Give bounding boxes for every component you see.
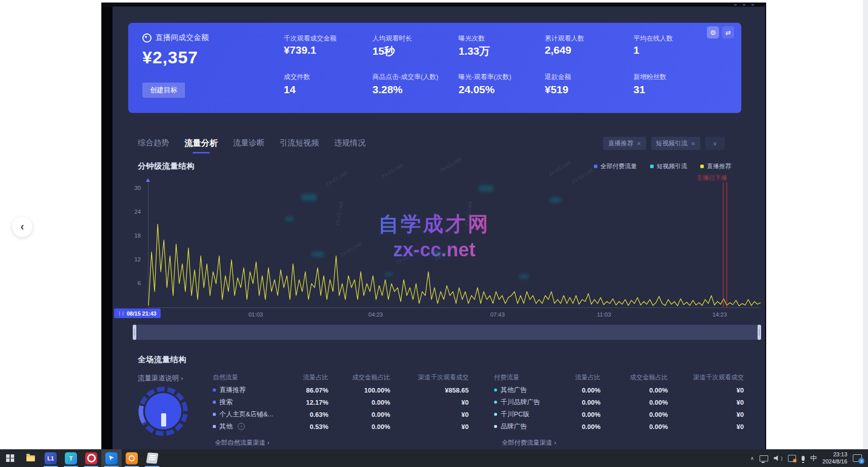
live-analytics-dashboard: 直播间成交金额 ¥2,357 创建目标 千次观看成交金额 ¥739.1 成交件数… — [112, 7, 765, 449]
y-tick-label: 6 — [138, 280, 141, 286]
channel-name: 千川品牌广告 — [501, 398, 540, 407]
filter-chip-short-video[interactable]: 短视频引流 × — [651, 137, 700, 150]
metric-label: 退款金额 — [545, 72, 571, 82]
all-natural-channels-link[interactable]: 全部自然流量渠道 › — [215, 439, 270, 447]
paid-traffic-table: 付费流量 流量占比 成交金额占比 渠道千次观看成交 其他广告 0.00% 0.0… — [494, 371, 744, 433]
series-bullet — [494, 413, 497, 416]
close-icon[interactable]: × — [637, 140, 641, 147]
page-scrollbar[interactable] — [863, 0, 868, 449]
windows-taskbar: L1 T ∧ ) 中 23:13 2024/8/16 3 — [0, 449, 868, 467]
channel-help-link[interactable]: 流量渠道说明 › — [138, 374, 183, 383]
hidden-icons-chevron[interactable]: ∧ — [750, 455, 754, 461]
per-mille-gmv: ¥0 — [390, 399, 469, 406]
network-icon[interactable] — [760, 455, 768, 461]
drag-grip-icon: ⋮⋮ — [117, 311, 124, 316]
metric-label: 成交件数 — [284, 72, 310, 82]
legend-paid-traffic[interactable]: 全部付费流量 — [594, 162, 637, 171]
tab-traffic-diagnosis[interactable]: 流量诊断 — [233, 138, 265, 153]
series-bullet — [213, 425, 216, 428]
create-goal-button[interactable]: 创建目标 — [142, 83, 185, 98]
stream-end-marker-label: 主播已下播 — [697, 174, 727, 182]
x-axis-highlight[interactable]: ⋮⋮ 08/15 21:43 — [114, 308, 161, 318]
x-axis-ticks: ⋮⋮ 08/15 21:43 01:0304:2307:4311:0314:23 — [148, 307, 760, 321]
metric-column: 千次观看成交金额 ¥739.1 成交件数 14 — [284, 23, 370, 113]
slider-handle-left[interactable] — [133, 325, 136, 340]
volume-icon[interactable]: ) — [774, 455, 782, 461]
snip-tool-icon[interactable] — [788, 455, 796, 462]
tab-overall-trend[interactable]: 综合趋势 — [138, 138, 169, 153]
per-mille-gmv: ¥0 — [668, 399, 744, 406]
whole-section-title: 全场流量结构 — [138, 355, 186, 365]
back-button[interactable]: ‹ — [12, 217, 32, 237]
y-tick-label: 18 — [134, 232, 141, 239]
app-orange-button[interactable] — [122, 449, 142, 467]
channel-name: 个人主页&店铺&... — [219, 410, 273, 419]
all-paid-channels-link[interactable]: 全部付费流量渠道 › — [502, 439, 556, 447]
tab-traffic-analysis[interactable]: 流量分析 — [184, 138, 218, 153]
per-mille-gmv: ¥858.65 — [390, 386, 469, 394]
channel-name: 品牌广告 — [501, 422, 527, 431]
windows-logo-icon — [6, 454, 14, 462]
y-tick-label: 30 — [134, 185, 141, 191]
table-row: 其他? 0.53% 0.00% ¥0 — [213, 420, 469, 433]
info-icon[interactable]: ? — [238, 423, 245, 430]
metric-column: 曝光次数 1.33万 曝光-观看率(次数) 24.05% — [459, 23, 545, 113]
per-mille-gmv: ¥0 — [668, 423, 744, 431]
slider-handle-right[interactable] — [758, 325, 761, 340]
ime-indicator[interactable]: 中 — [810, 454, 817, 463]
gmv-share: 0.00% — [600, 423, 668, 431]
traffic-share: 0.00% — [562, 423, 600, 431]
metric-label: 平均在线人数 — [633, 34, 673, 43]
primary-metric: 直播间成交金额 ¥2,357 — [142, 33, 209, 67]
filter-dropdown[interactable]: ∨ — [705, 137, 725, 150]
gmv-share: 0.00% — [328, 423, 390, 431]
donut-slice-tag — [161, 413, 166, 426]
datazoom-slider[interactable] — [133, 325, 761, 340]
metric-value: 15秒 — [372, 44, 395, 58]
arrow-right-icon: › — [554, 439, 556, 446]
minute-traffic-chart[interactable]: 主播已下播 — [148, 182, 761, 308]
settings-gear-icon[interactable]: ⚙ — [707, 26, 719, 38]
channel-name: 其他 — [219, 422, 233, 431]
legend-live-recommend[interactable]: 直播推荐 — [700, 162, 731, 171]
titlebar-controls — [734, 4, 754, 6]
close-icon[interactable]: × — [691, 140, 695, 147]
arrow-right-icon: › — [267, 439, 269, 446]
taskbar-clock[interactable]: 23:13 2024/8/16 — [822, 451, 847, 465]
series-bullet — [213, 388, 216, 392]
notepad-app-icon — [146, 452, 158, 463]
minute-chart-svg — [148, 182, 761, 307]
app-notepad-button[interactable] — [142, 449, 162, 467]
table-row: 直播推荐 86.07% 100.00% ¥858.65 — [213, 384, 469, 396]
app-t-button[interactable]: T — [61, 449, 81, 467]
series-bullet — [213, 413, 216, 416]
legend-short-video[interactable]: 短视频引流 — [650, 162, 687, 171]
file-explorer-button[interactable] — [20, 449, 41, 467]
traffic-share: 0.00% — [562, 411, 600, 418]
notification-center-icon[interactable]: 3 — [853, 454, 862, 462]
y-axis-ticks: 612182430 — [128, 182, 145, 307]
watermark-tile: zx-cc.net — [438, 155, 463, 174]
microphone-icon[interactable] — [802, 456, 805, 461]
channel-name: 直播推荐 — [219, 385, 246, 395]
tab-short-video[interactable]: 引流短视频 — [280, 138, 319, 153]
gmv-share: 100.00% — [328, 386, 390, 394]
app-l1-button[interactable]: L1 — [41, 449, 61, 467]
traffic-share: 0.00% — [562, 386, 600, 394]
traffic-donut-chart[interactable] — [136, 384, 191, 439]
metric-value: 24.05% — [459, 84, 495, 96]
swap-icon[interactable]: ⇄ — [722, 26, 734, 38]
metric-label: 人均观看时长 — [372, 34, 412, 43]
tab-violations[interactable]: 违规情况 — [334, 138, 366, 153]
app-o-button[interactable] — [81, 449, 101, 467]
y-tick-label: 12 — [134, 256, 141, 262]
start-button[interactable] — [0, 449, 20, 467]
metric-label: 千次观看成交金额 — [284, 34, 336, 43]
per-mille-gmv: ¥0 — [668, 411, 744, 418]
filter-chip-live-recommend[interactable]: 直播推荐 × — [603, 137, 646, 150]
series-bullet — [213, 401, 216, 404]
app-pointer-button[interactable] — [101, 449, 122, 467]
folder-icon — [26, 455, 35, 461]
gmv-share: 0.00% — [328, 411, 390, 418]
metric-label: 商品点击-成交率(人数) — [372, 72, 438, 82]
